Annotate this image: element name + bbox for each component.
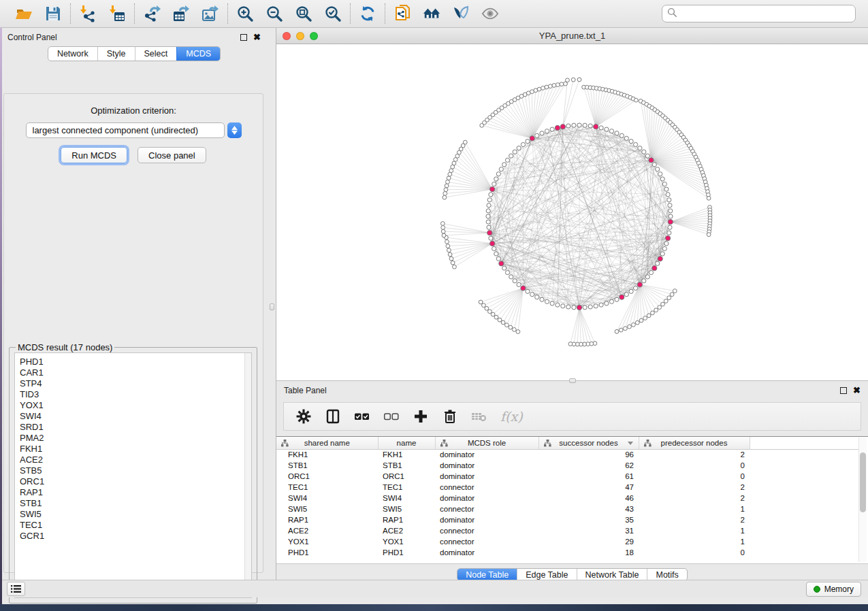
network-node[interactable]: [492, 246, 496, 250]
tab-style[interactable]: Style: [97, 47, 135, 61]
mcds-result-list[interactable]: PHD1CAR1STP4TID3YOX1SWI4SRD1PMA2FKH1ACE2…: [14, 352, 252, 598]
cell-MCDS-role[interactable]: connector: [435, 503, 539, 514]
function-builder-icon[interactable]: f(x): [500, 409, 523, 424]
network-node[interactable]: [447, 248, 451, 252]
network-node[interactable]: [502, 266, 507, 270]
network-node[interactable]: [494, 177, 498, 181]
network-node[interactable]: [656, 167, 660, 171]
delete-table-icon[interactable]: [471, 408, 487, 425]
network-node[interactable]: [509, 154, 513, 158]
node-table-grid[interactable]: shared namenameMCDS rolesuccessor nodesp…: [276, 437, 861, 558]
network-node[interactable]: [496, 257, 500, 261]
network-node[interactable]: [668, 203, 672, 208]
run-mcds-button[interactable]: Run MCDS: [61, 147, 127, 163]
network-node[interactable]: [572, 306, 576, 310]
cell-successor-nodes[interactable]: 43: [539, 503, 639, 514]
tab-mcds[interactable]: MCDS: [176, 47, 220, 61]
float-window-icon[interactable]: [840, 387, 847, 394]
cell-MCDS-role[interactable]: dominator: [435, 471, 539, 482]
table-row[interactable]: PHD1PHD1dominator180: [276, 547, 861, 558]
network-node[interactable]: [645, 275, 649, 279]
network-node[interactable]: [572, 123, 576, 127]
cell-name[interactable]: PHD1: [378, 547, 435, 558]
cell-MCDS-role[interactable]: dominator: [435, 547, 539, 558]
network-node[interactable]: [446, 244, 450, 248]
network-node[interactable]: [453, 265, 457, 269]
mcds-node-item[interactable]: PHD1: [20, 357, 251, 367]
table-row[interactable]: ACE2ACE2connector311: [276, 525, 861, 536]
mcds-node-item[interactable]: TID3: [20, 389, 251, 400]
cell-successor-nodes[interactable]: 46: [539, 493, 639, 503]
tab-network[interactable]: Network: [48, 47, 97, 61]
network-node[interactable]: [609, 299, 613, 303]
network-node[interactable]: [441, 229, 445, 233]
mcds-node-item[interactable]: STB1: [20, 498, 251, 509]
network-node[interactable]: [634, 142, 638, 146]
column-header-successor-nodes[interactable]: successor nodes: [539, 437, 639, 449]
cell-successor-nodes[interactable]: 96: [539, 449, 639, 460]
network-canvas[interactable]: [276, 44, 868, 380]
network-node[interactable]: [643, 316, 647, 320]
table-row[interactable]: TEC1TEC1connector472: [276, 482, 861, 493]
delete-columns-icon[interactable]: [442, 408, 458, 425]
export-image-icon[interactable]: [202, 5, 219, 22]
network-node[interactable]: [526, 139, 530, 144]
network-node[interactable]: [656, 261, 660, 265]
import-table-icon[interactable]: [108, 5, 126, 22]
cell-predecessor-nodes[interactable]: 2: [639, 514, 750, 525]
criterion-dropdown[interactable]: largest connected component (undirected): [26, 122, 225, 138]
network-node[interactable]: [498, 318, 502, 322]
selected-network-node[interactable]: [668, 220, 673, 225]
network-node[interactable]: [482, 303, 486, 308]
cell-shared-name[interactable]: FKH1: [276, 449, 378, 460]
deselect-all-icon[interactable]: [383, 408, 400, 425]
network-node[interactable]: [588, 305, 592, 309]
network-node[interactable]: [642, 279, 646, 283]
network-node[interactable]: [619, 328, 623, 332]
cell-name[interactable]: ACE2: [378, 525, 435, 536]
network-node[interactable]: [445, 184, 449, 188]
show-hide-icon[interactable]: [481, 5, 499, 22]
network-node[interactable]: [660, 252, 664, 256]
network-node[interactable]: [505, 271, 509, 275]
mcds-node-item[interactable]: ACE2: [20, 455, 251, 465]
mcds-node-item[interactable]: SWI4: [20, 411, 251, 422]
cell-successor-nodes[interactable]: 29: [539, 536, 639, 547]
column-header-name[interactable]: name: [378, 437, 435, 449]
network-node[interactable]: [444, 188, 448, 192]
network-node[interactable]: [566, 124, 570, 128]
selected-network-node[interactable]: [637, 282, 642, 287]
network-node[interactable]: [668, 225, 672, 229]
network-node[interactable]: [560, 82, 564, 86]
network-node[interactable]: [624, 327, 628, 331]
network-node[interactable]: [566, 305, 570, 309]
network-node[interactable]: [535, 295, 539, 299]
network-node[interactable]: [492, 182, 496, 186]
network-node[interactable]: [707, 233, 711, 237]
show-columns-icon[interactable]: [325, 408, 341, 425]
network-node[interactable]: [667, 198, 671, 202]
cell-successor-nodes[interactable]: 31: [539, 525, 639, 536]
network-node[interactable]: [605, 301, 609, 306]
network-node[interactable]: [599, 303, 603, 307]
network-node[interactable]: [545, 299, 549, 303]
network-node[interactable]: [566, 78, 570, 82]
cell-shared-name[interactable]: ORC1: [276, 471, 378, 482]
network-node[interactable]: [635, 320, 639, 325]
network-node[interactable]: [628, 325, 632, 329]
network-node[interactable]: [440, 222, 445, 226]
network-node[interactable]: [521, 142, 525, 146]
network-node[interactable]: [673, 289, 677, 293]
cell-name[interactable]: RAP1: [378, 514, 435, 525]
cell-predecessor-nodes[interactable]: 2: [639, 493, 750, 503]
selected-network-node[interactable]: [487, 231, 492, 235]
network-node[interactable]: [624, 136, 628, 140]
tab-edge-table[interactable]: Edge Table: [517, 569, 576, 580]
cell-predecessor-nodes[interactable]: 2: [639, 482, 750, 493]
network-window-titlebar[interactable]: YPA_prune.txt_1: [276, 28, 868, 44]
cell-name[interactable]: SWI4: [378, 493, 435, 503]
network-node[interactable]: [448, 252, 452, 257]
search-box[interactable]: [662, 5, 856, 22]
network-node[interactable]: [489, 193, 493, 197]
network-node[interactable]: [545, 85, 549, 89]
